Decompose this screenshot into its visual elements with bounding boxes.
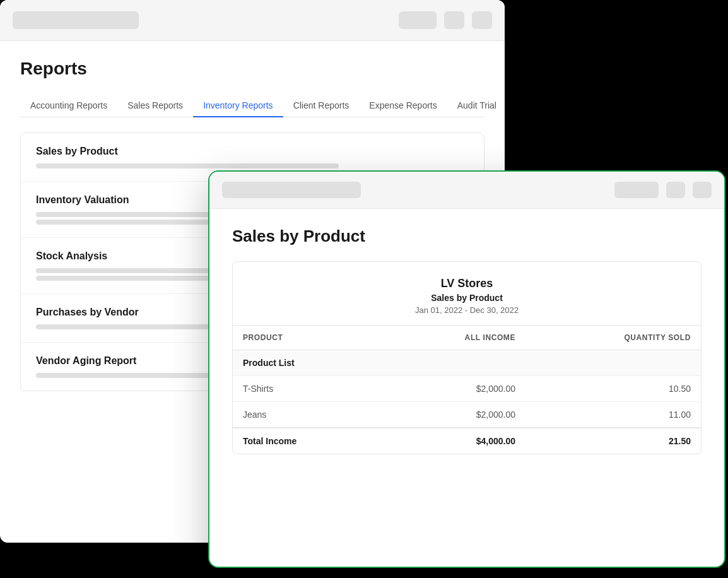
- section-qty: [525, 350, 701, 376]
- fg-toolbar: [209, 172, 724, 209]
- product-qty: 10.50: [525, 376, 701, 402]
- col-all-income: All Income: [382, 326, 525, 350]
- product-name: Jeans: [233, 402, 382, 428]
- table-row: T-Shirts $2,000.00 10.50: [233, 376, 701, 402]
- tab-expense[interactable]: Expense Reports: [359, 94, 447, 117]
- report-item-bars: [36, 163, 469, 168]
- tab-accounting[interactable]: Accounting Reports: [20, 94, 117, 117]
- report-bar: [36, 373, 231, 378]
- bg-toolbar-button-1[interactable]: [399, 11, 437, 29]
- product-income: $2,000.00: [382, 402, 525, 428]
- total-row: Total Income $4,000.00 21.50: [233, 428, 701, 454]
- table-row: Jeans $2,000.00 11.00: [233, 402, 701, 428]
- report-date-range: Jan 01, 2022 - Dec 30, 2022: [245, 305, 688, 315]
- report-bar: [36, 276, 231, 281]
- bg-toolbar: [0, 0, 505, 41]
- report-bar: [36, 220, 231, 225]
- tab-inventory[interactable]: Inventory Reports: [193, 94, 283, 117]
- tab-client[interactable]: Client Reports: [283, 94, 360, 117]
- fg-toolbar-search[interactable]: [222, 182, 361, 198]
- tabs-container: Accounting Reports Sales Reports Invento…: [20, 94, 484, 117]
- bg-toolbar-button-3[interactable]: [472, 11, 492, 29]
- product-name: T-Shirts: [233, 376, 382, 402]
- tab-sales[interactable]: Sales Reports: [117, 94, 193, 117]
- section-income: [382, 350, 525, 376]
- fg-toolbar-button-2[interactable]: [666, 182, 685, 198]
- foreground-window: Sales by Product LV Stores Sales by Prod…: [208, 170, 725, 568]
- product-income: $2,000.00: [382, 376, 525, 402]
- report-bar: [36, 163, 339, 168]
- report-table-container: LV Stores Sales by Product Jan 01, 2022 …: [232, 261, 702, 454]
- tab-audit[interactable]: Audit Trial: [447, 94, 505, 117]
- report-table: PRODUCT All Income Quantity Sold Product…: [233, 326, 701, 454]
- total-label: Total Income: [233, 428, 382, 454]
- bg-toolbar-button-2[interactable]: [444, 11, 464, 29]
- section-header-row: Product List: [233, 350, 701, 376]
- col-product: PRODUCT: [233, 326, 382, 350]
- total-income: $4,000.00: [382, 428, 525, 454]
- total-qty: 21.50: [525, 428, 701, 454]
- page-title: Reports: [20, 59, 484, 79]
- company-name: LV Stores: [245, 277, 688, 290]
- bg-toolbar-search[interactable]: [13, 11, 139, 29]
- fg-report-title: Sales by Product: [232, 227, 702, 246]
- fg-toolbar-button-1[interactable]: [614, 182, 659, 198]
- col-quantity-sold: Quantity Sold: [525, 326, 701, 350]
- fg-content: Sales by Product LV Stores Sales by Prod…: [209, 209, 724, 472]
- fg-toolbar-button-3[interactable]: [693, 182, 712, 198]
- report-name: Sales by Product: [245, 293, 688, 303]
- report-item-title: Sales by Product: [36, 146, 469, 157]
- product-qty: 11.00: [525, 402, 701, 428]
- report-company-header: LV Stores Sales by Product Jan 01, 2022 …: [233, 262, 701, 326]
- section-name: Product List: [233, 350, 382, 376]
